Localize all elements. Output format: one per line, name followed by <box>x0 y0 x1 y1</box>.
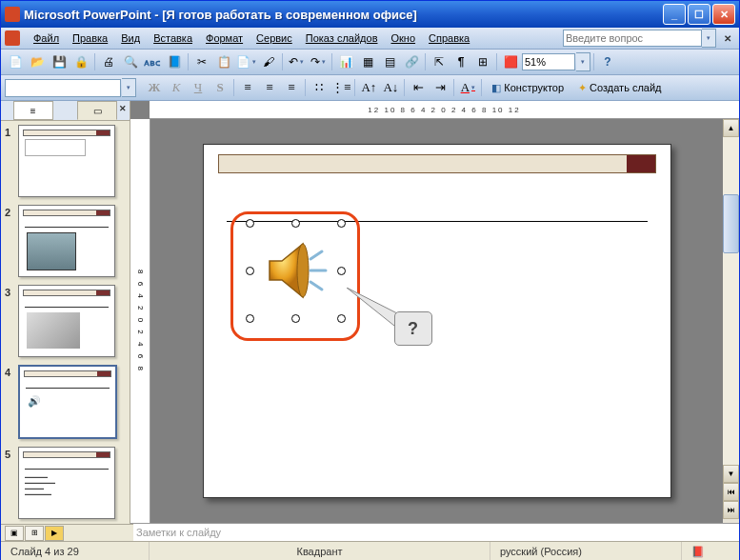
vertical-scrollbar[interactable]: ▲ ▼ ⏮ ⏭ <box>723 119 739 523</box>
status-language[interactable]: русский (Россия) <box>490 542 682 560</box>
expand-button[interactable]: ⇱ <box>429 51 450 72</box>
font-family-combo[interactable] <box>5 79 121 97</box>
menu-tools[interactable]: Сервис <box>250 30 298 46</box>
undo-button[interactable]: ↶▾ <box>286 51 307 72</box>
selection-handle[interactable] <box>246 219 254 228</box>
status-indicator-icon[interactable]: 📕 <box>682 542 739 560</box>
svg-point-0 <box>297 244 309 297</box>
selection-handle[interactable] <box>246 314 254 323</box>
italic-button[interactable]: К <box>166 77 187 98</box>
menu-format[interactable]: Формат <box>200 30 249 46</box>
maximize-button[interactable]: ☐ <box>688 4 710 25</box>
selection-handle[interactable] <box>291 314 300 323</box>
increase-indent-button[interactable]: ⇥ <box>430 77 450 98</box>
scroll-up-button[interactable]: ▲ <box>723 119 739 137</box>
bold-button[interactable]: Ж <box>144 77 165 98</box>
new-button[interactable]: 📄 <box>5 51 26 72</box>
bullets-button[interactable]: ⋮≡ <box>330 77 351 98</box>
slide-thumbnail[interactable]: 🔊 <box>18 365 117 439</box>
next-slide-button[interactable]: ⏭ <box>723 501 739 519</box>
normal-view-button[interactable]: ▣ <box>5 526 24 541</box>
decrease-indent-button[interactable]: ⇤ <box>408 77 429 98</box>
font-family-dropdown[interactable]: ▾ <box>122 78 136 97</box>
scroll-thumb[interactable] <box>723 194 739 253</box>
chart-button[interactable]: 📊 <box>335 51 356 72</box>
minimize-button[interactable]: _ <box>663 4 686 25</box>
font-color-button[interactable]: A▾ <box>457 77 478 98</box>
vertical-ruler[interactable]: 8 6 4 2 0 2 4 6 8 <box>130 119 150 523</box>
help-search-dropdown[interactable]: ▾ <box>702 29 716 48</box>
tables-borders-button[interactable]: ▤ <box>379 51 400 72</box>
callout-box[interactable]: ? <box>394 311 432 346</box>
slide-thumbnail[interactable]: ▬▬▬▬▬▬▬▬▬▬▬▬▬▬▬▬▬▬▬▬▬▬▬▬▬▬ <box>18 447 115 519</box>
sorter-view-button[interactable]: ⊞ <box>25 526 44 541</box>
horizontal-ruler[interactable]: 12 10 8 6 4 2 0 2 4 6 8 10 12 <box>150 101 739 119</box>
spellcheck-button[interactable]: ᴀʙᴄ <box>142 51 163 72</box>
save-button[interactable]: 💾 <box>49 51 70 72</box>
slides-tab[interactable]: ▭ <box>77 101 117 120</box>
outline-tab[interactable]: ≡ <box>13 101 53 120</box>
align-right-button[interactable]: ≡ <box>281 77 302 98</box>
copy-button[interactable]: 📋 <box>213 51 234 72</box>
notes-pane[interactable]: Заметки к слайду <box>130 523 739 541</box>
menu-help[interactable]: Справка <box>423 30 475 46</box>
prev-slide-button[interactable]: ⏮ <box>723 483 739 501</box>
pane-close-button[interactable]: ✕ <box>119 104 127 113</box>
slide-thumbnail[interactable] <box>18 205 115 277</box>
color-button[interactable]: 🟥 <box>500 51 521 72</box>
menu-window[interactable]: Окно <box>386 30 422 46</box>
hyperlink-button[interactable]: 🔗 <box>401 51 422 72</box>
help-button[interactable]: ? <box>597 51 618 72</box>
redo-button[interactable]: ↷▾ <box>308 51 329 72</box>
scroll-down-button[interactable]: ▼ <box>723 465 739 483</box>
print-button[interactable]: 🖨 <box>98 51 119 72</box>
zoom-dropdown[interactable]: ▾ <box>576 52 590 71</box>
close-button[interactable]: ✕ <box>712 4 735 25</box>
numbering-button[interactable]: ∷ <box>309 77 330 98</box>
menubar: Файл Правка Вид Вставка Формат Сервис По… <box>1 28 739 50</box>
increase-font-button[interactable]: A↑ <box>358 77 379 98</box>
align-center-button[interactable]: ≡ <box>259 77 280 98</box>
table-button[interactable]: ▦ <box>357 51 378 72</box>
designer-button[interactable]: ◧Конструктор <box>485 77 570 98</box>
statusbar: Слайд 4 из 29 Квадрант русский (Россия) … <box>1 541 739 560</box>
underline-button[interactable]: Ч <box>188 77 209 98</box>
cut-button[interactable]: ✂ <box>191 51 212 72</box>
menu-file[interactable]: Файл <box>28 30 65 46</box>
format-painter-button[interactable]: 🖌 <box>258 51 279 72</box>
thumbnail-list: 1 2 3 4🔊 5▬▬▬▬▬▬▬▬▬▬▬▬▬▬▬▬▬▬▬▬▬▬▬▬▬▬ 6 <box>1 121 130 541</box>
slide-title-bar <box>218 154 656 173</box>
preview-button[interactable]: 🔍 <box>120 51 141 72</box>
decrease-font-button[interactable]: A↓ <box>380 77 401 98</box>
menu-edit[interactable]: Правка <box>67 30 113 46</box>
slide-thumbnail[interactable] <box>18 125 115 197</box>
doc-close-button[interactable]: ✕ <box>720 30 735 46</box>
align-left-button[interactable]: ≡ <box>237 77 258 98</box>
window-title: Microsoft PowerPoint - [Я готов работать… <box>24 8 663 22</box>
sound-object-icon[interactable] <box>255 232 331 309</box>
slideshow-view-button[interactable]: ▶ <box>45 526 64 541</box>
selection-handle[interactable] <box>291 219 300 228</box>
paste-button[interactable]: 📄▾ <box>235 51 257 72</box>
show-formatting-button[interactable]: ¶ <box>450 51 471 72</box>
open-button[interactable]: 📂 <box>27 51 48 72</box>
slide-thumbnail[interactable] <box>18 285 115 357</box>
selection-handle[interactable] <box>246 267 254 275</box>
menu-view[interactable]: Вид <box>115 30 146 46</box>
new-slide-button[interactable]: ✦Создать слайд <box>571 77 668 98</box>
selection-handle[interactable] <box>337 267 346 275</box>
thumb-number: 3 <box>5 285 14 298</box>
menu-slideshow[interactable]: Показ слайдов <box>300 30 384 46</box>
menu-insert[interactable]: Вставка <box>148 30 198 46</box>
permission-button[interactable]: 🔒 <box>70 51 91 72</box>
doc-icon[interactable] <box>5 30 20 46</box>
help-search-input[interactable] <box>563 30 702 47</box>
current-slide[interactable]: ? <box>203 144 671 498</box>
selection-handle[interactable] <box>337 314 346 323</box>
shadow-button[interactable]: S <box>210 77 230 98</box>
research-button[interactable]: 📘 <box>164 51 185 72</box>
slide-canvas[interactable]: ? <box>150 119 723 523</box>
selection-handle[interactable] <box>337 219 346 228</box>
grid-button[interactable]: ⊞ <box>472 51 493 72</box>
zoom-combo[interactable]: 51% <box>522 53 575 70</box>
